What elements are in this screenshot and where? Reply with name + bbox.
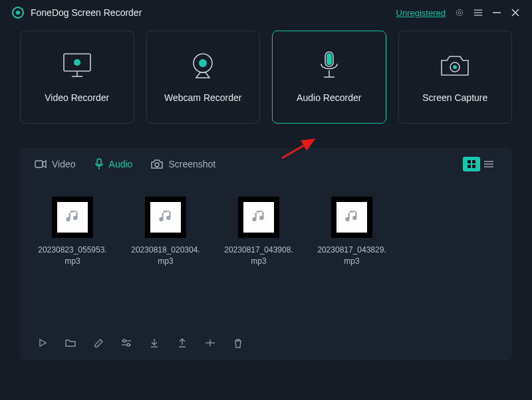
svg-point-0 [456, 9, 462, 15]
library-toolbar [35, 331, 497, 348]
svg-rect-26 [472, 160, 475, 163]
settings-sliders-button[interactable] [121, 338, 132, 348]
file-name: 20230823_055953.mp3 [37, 245, 108, 268]
tab-label: Video [52, 159, 76, 169]
library-tabs: Video Audio Screenshot [35, 148, 497, 181]
tab-label: Audio [109, 159, 133, 169]
file-item[interactable]: 20230818_020304.mp3 [130, 197, 201, 268]
app-logo-icon [12, 7, 24, 19]
import-button[interactable] [149, 338, 160, 348]
monitor-icon [60, 51, 94, 80]
file-item[interactable]: 20230823_055953.mp3 [37, 197, 108, 268]
svg-point-35 [127, 344, 130, 346]
registration-link[interactable]: Unregistered [396, 8, 446, 18]
svg-point-19 [453, 65, 457, 69]
settings-icon[interactable] [455, 8, 464, 17]
mode-label: Audio Recorder [297, 92, 361, 103]
audio-thumbnail [145, 197, 186, 238]
microphone-icon [94, 158, 104, 170]
export-button[interactable] [177, 338, 188, 348]
mode-label: Webcam Recorder [164, 92, 241, 103]
tab-audio[interactable]: Audio [94, 158, 133, 170]
music-note-icon [343, 209, 360, 226]
file-grid: 20230823_055953.mp3 20230818_020304.mp3 [35, 181, 497, 331]
list-view-button[interactable] [480, 157, 497, 171]
close-button[interactable] [511, 8, 520, 17]
microphone-icon [317, 51, 341, 80]
music-note-icon [250, 209, 267, 226]
svg-point-13 [199, 59, 207, 67]
tab-label: Screenshot [168, 159, 215, 169]
minimize-button[interactable] [492, 8, 501, 17]
svg-rect-15 [327, 53, 332, 65]
rename-button[interactable] [93, 338, 104, 348]
svg-rect-28 [472, 165, 475, 168]
music-note-icon [64, 209, 81, 226]
svg-rect-21 [35, 161, 43, 167]
hamburger-menu-icon[interactable] [473, 8, 483, 17]
title-bar: FoneDog Screen Recorder Unregistered [0, 0, 532, 24]
mode-webcam-recorder[interactable]: Webcam Recorder [146, 31, 261, 124]
video-camera-icon [35, 159, 47, 169]
file-item[interactable]: 20230817_043829.mp3 [317, 197, 387, 268]
mode-cards-row: Video Recorder Webcam Recorder Audio Rec… [0, 24, 532, 124]
file-name: 20230818_020304.mp3 [130, 245, 201, 268]
svg-rect-22 [97, 159, 101, 165]
delete-button[interactable] [233, 338, 243, 348]
play-button[interactable] [37, 338, 48, 348]
view-toggle [463, 157, 497, 171]
camera-icon [439, 51, 471, 80]
svg-point-33 [123, 340, 126, 342]
webcam-icon [188, 51, 217, 80]
title-bar-controls: Unregistered [396, 8, 520, 18]
svg-point-11 [74, 59, 80, 66]
open-folder-button[interactable] [65, 338, 76, 348]
svg-rect-27 [467, 165, 471, 168]
file-item[interactable]: 20230817_043908.mp3 [223, 197, 294, 268]
file-name: 20230817_043829.mp3 [317, 245, 387, 268]
tab-screenshot[interactable]: Screenshot [151, 159, 215, 169]
file-name: 20230817_043908.mp3 [223, 245, 294, 268]
tab-video[interactable]: Video [35, 159, 76, 169]
brand: FoneDog Screen Recorder [12, 7, 142, 19]
camera-icon [151, 159, 163, 169]
mode-screen-capture[interactable]: Screen Capture [398, 31, 513, 124]
app-title: FoneDog Screen Recorder [31, 7, 142, 18]
svg-rect-25 [467, 160, 471, 163]
mode-label: Video Recorder [45, 92, 109, 103]
library-panel: Video Audio Screenshot [20, 148, 512, 360]
audio-thumbnail [331, 197, 372, 238]
mode-video-recorder[interactable]: Video Recorder [20, 31, 134, 124]
trim-button[interactable] [205, 338, 215, 348]
music-note-icon [157, 209, 174, 226]
svg-point-1 [458, 11, 461, 14]
audio-thumbnail [52, 197, 93, 238]
grid-view-button[interactable] [463, 157, 480, 171]
audio-thumbnail [238, 197, 279, 238]
mode-label: Screen Capture [422, 92, 487, 103]
mode-audio-recorder[interactable]: Audio Recorder [272, 31, 386, 124]
svg-point-24 [155, 163, 159, 167]
